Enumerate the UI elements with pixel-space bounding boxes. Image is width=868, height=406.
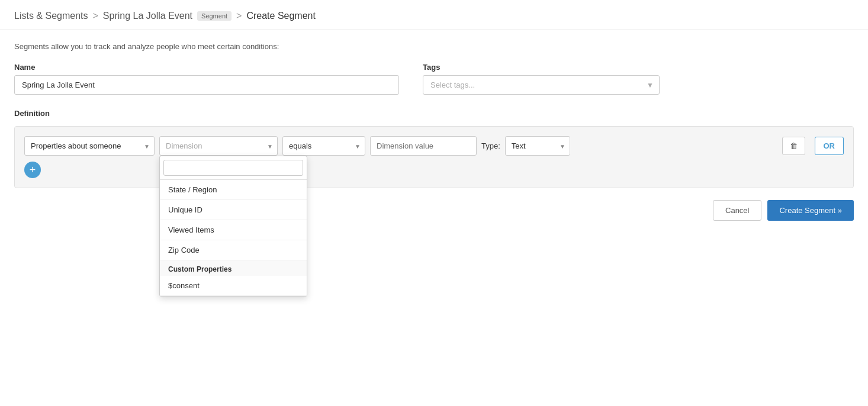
actions-row: Cancel Create Segment » — [14, 200, 854, 221]
tags-field-group: Tags Select tags... ▼ — [423, 63, 660, 95]
tags-label: Tags — [423, 63, 660, 72]
dropdown-item-zip-code[interactable]: Zip Code — [160, 240, 307, 260]
equals-select-wrapper: equals ▼ — [282, 136, 365, 156]
main-content: Segments allow you to track and analyze … — [0, 30, 868, 233]
dropdown-search-input[interactable] — [163, 160, 303, 176]
dropdown-list: State / Region Unique ID Viewed Items Zi… — [160, 180, 307, 296]
dropdown-group-custom-properties: Custom Properties — [160, 260, 307, 276]
dimension-value-input[interactable] — [370, 136, 477, 156]
definition-container: Properties about someone ▼ Dimension ▼ — [14, 126, 854, 188]
definition-label: Definition — [14, 109, 854, 118]
dropdown-item-viewed-items[interactable]: Viewed Items — [160, 220, 307, 240]
definition-section: Definition Properties about someone ▼ Di… — [14, 109, 854, 188]
form-row: Name Tags Select tags... ▼ — [14, 63, 854, 95]
name-label: Name — [14, 63, 399, 72]
plus-icon: + — [30, 164, 36, 176]
breadcrumb-badge: Segment — [197, 11, 232, 21]
equals-select[interactable]: equals — [282, 136, 365, 156]
type-select-wrapper: Text ▼ — [505, 136, 570, 156]
dropdown-item-unique-id[interactable]: Unique ID — [160, 200, 307, 220]
breadcrumb: Lists & Segments > Spring La Jolla Event… — [0, 0, 868, 30]
dropdown-item-consent[interactable]: $consent — [160, 276, 307, 296]
breadcrumb-current: Create Segment — [246, 11, 316, 21]
tags-select[interactable]: Select tags... — [423, 75, 660, 95]
breadcrumb-lists-link[interactable]: Lists & Segments — [14, 11, 88, 21]
condition-type-wrapper: Properties about someone ▼ — [24, 136, 155, 156]
condition-type-select[interactable]: Properties about someone — [24, 136, 155, 156]
breadcrumb-sep2: > — [236, 11, 242, 21]
page-description: Segments allow you to track and analyze … — [14, 42, 854, 51]
tags-select-wrapper: Select tags... ▼ — [423, 75, 660, 95]
condition-row: Properties about someone ▼ Dimension ▼ — [24, 136, 844, 156]
type-label: Type: — [481, 141, 500, 150]
name-input[interactable] — [14, 75, 399, 95]
name-field-group: Name — [14, 63, 399, 95]
type-select[interactable]: Text — [505, 136, 570, 156]
dimension-select[interactable]: Dimension — [159, 136, 278, 156]
breadcrumb-event-link[interactable]: Spring La Jolla Event — [103, 11, 192, 21]
dropdown-item-state-region[interactable]: State / Region — [160, 180, 307, 200]
or-button[interactable]: OR — [815, 137, 844, 155]
add-condition-row: + — [24, 162, 844, 178]
delete-condition-button[interactable]: 🗑 — [782, 137, 805, 155]
add-condition-button[interactable]: + — [24, 162, 41, 178]
breadcrumb-sep1: > — [93, 11, 98, 21]
cancel-button[interactable]: Cancel — [713, 200, 761, 221]
create-segment-button[interactable]: Create Segment » — [767, 200, 854, 221]
dropdown-search-wrapper — [160, 156, 307, 180]
trash-icon: 🗑 — [790, 141, 798, 150]
dimension-select-wrapper: Dimension ▼ State / Region Unique ID Vie… — [159, 136, 278, 156]
dimension-dropdown: State / Region Unique ID Viewed Items Zi… — [159, 156, 307, 297]
